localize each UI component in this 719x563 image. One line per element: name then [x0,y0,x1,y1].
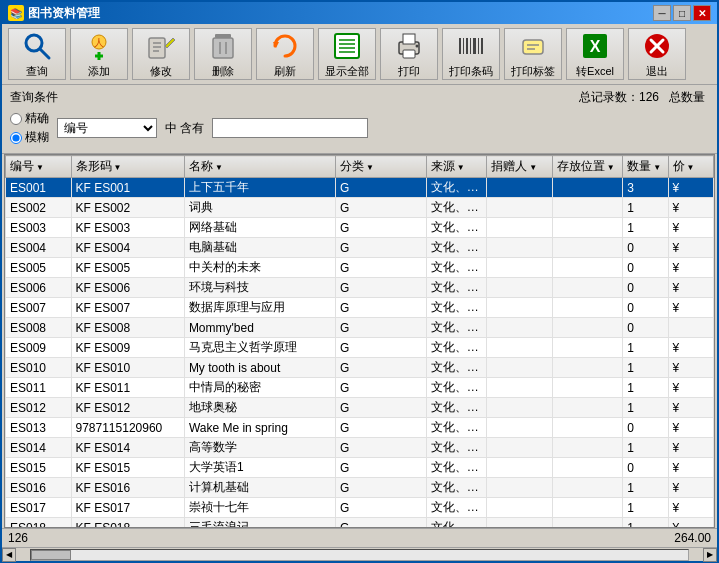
table-row[interactable]: ES006KF ES006环境与科技G文化、科学、0¥ [6,278,714,298]
table-row[interactable]: ES015KF ES015大学英语1G文化、科学、0¥ [6,458,714,478]
cell-source: 文化、科学、 [426,318,486,338]
cell-category: G [336,218,427,238]
excel-button[interactable]: X 转Excel [566,28,624,80]
maximize-button[interactable]: □ [673,5,691,21]
svg-rect-32 [523,40,543,54]
th-category[interactable]: 分类▼ [336,156,427,178]
cell-location [552,478,623,498]
delete-button[interactable]: 删除 [194,28,252,80]
cell-price: ¥ [668,218,713,238]
table-row[interactable]: ES010KF ES010My tooth is aboutG文化、科学、1¥ [6,358,714,378]
sort-arrow-barcode: ▼ [114,163,122,172]
table-row[interactable]: ES002KF ES002词典G文化、科学、捐赠1¥ [6,198,714,218]
edit-button[interactable]: 修改 [132,28,190,80]
svg-rect-29 [473,38,476,54]
cell-barcode: KF ES008 [71,318,184,338]
minimize-button[interactable]: ─ [653,5,671,21]
main-window: 📚 图书资料管理 ─ □ ✕ 查询 人 [0,0,719,563]
cell-donor [487,378,553,398]
scroll-left-arrow[interactable]: ◀ [2,548,16,562]
table-row[interactable]: ES003KF ES003网络基础G文化、科学、1¥ [6,218,714,238]
radio-exact[interactable] [10,113,22,125]
cell-id: ES012 [6,398,72,418]
cell-source: 文化、科学、 [426,478,486,498]
cell-donor [487,298,553,318]
cell-donor [487,218,553,238]
cell-id: ES016 [6,478,72,498]
cell-price: ¥ [668,178,713,198]
table-row[interactable]: ES011KF ES011中情局的秘密G文化、科学、1¥ [6,378,714,398]
cell-location [552,458,623,478]
cell-barcode: KF ES014 [71,438,184,458]
radio-fuzzy[interactable] [10,132,22,144]
cell-name: 地球奥秘 [184,398,335,418]
scroll-thumb[interactable] [31,550,71,560]
cell-location [552,278,623,298]
table-row[interactable]: ES012KF ES012地球奥秘G文化、科学、1¥ [6,398,714,418]
cell-barcode: 9787115120960 [71,418,184,438]
scroll-right-arrow[interactable]: ▶ [703,548,717,562]
scrollbar-horizontal[interactable]: ◀ ▶ [2,547,717,561]
th-name[interactable]: 名称▼ [184,156,335,178]
cell-donor [487,518,553,528]
svg-rect-16 [335,34,359,58]
cell-donor [487,258,553,278]
delete-label: 删除 [212,64,234,79]
table-scroll[interactable]: 编号▼ 条形码▼ 名称▼ 分类▼ 来源▼ 捐赠人▼ 存放位置▼ 数量▼ 价▼ E… [5,155,714,527]
title-buttons: ─ □ ✕ [653,5,711,21]
th-location[interactable]: 存放位置▼ [552,156,623,178]
printlabel-button[interactable]: 打印标签 [504,28,562,80]
query-button[interactable]: 查询 [8,28,66,80]
table-row[interactable]: ES001KF ES001上下五千年G文化、科学、购买3¥ [6,178,714,198]
cell-price: ¥ [668,498,713,518]
cell-category: G [336,198,427,218]
table-row[interactable]: ES005KF ES005中关村的未来G文化、科学、0¥ [6,258,714,278]
exit-button[interactable]: 退出 [628,28,686,80]
cell-category: G [336,398,427,418]
cell-price: ¥ [668,398,713,418]
cell-price: ¥ [668,278,713,298]
refresh-button[interactable]: 刷新 [256,28,314,80]
add-button[interactable]: 人 添加 [70,28,128,80]
th-qty[interactable]: 数量▼ [623,156,668,178]
status-total: 264.00 [674,531,711,545]
query-label: 查询 [26,64,48,79]
table-row[interactable]: ES018KF ES018三毛流浪记G文化、科学、1¥ [6,518,714,528]
showall-icon [331,30,363,62]
table-row[interactable]: ES0139787115120960Wake Me in springG文化、科… [6,418,714,438]
table-row[interactable]: ES016KF ES016计算机基础G文化、科学、1¥ [6,478,714,498]
field-dropdown[interactable]: 编号 条形码 名称 分类 来源 捐赠人 存放位置 [57,118,157,138]
table-row[interactable]: ES009KF ES009马克思主义哲学原理G文化、科学、1¥ [6,338,714,358]
th-id[interactable]: 编号▼ [6,156,72,178]
close-button[interactable]: ✕ [693,5,711,21]
total-records: 总记录数：126 [579,90,659,104]
table-row[interactable]: ES004KF ES004电脑基础G文化、科学、0¥ [6,238,714,258]
th-donor[interactable]: 捐赠人▼ [487,156,553,178]
table-row[interactable]: ES007KF ES007数据库原理与应用G文化、科学、0¥ [6,298,714,318]
th-source[interactable]: 来源▼ [426,156,486,178]
table-row[interactable]: ES014KF ES014高等数学G文化、科学、1¥ [6,438,714,458]
cell-donor [487,458,553,478]
showall-button[interactable]: 显示全部 [318,28,376,80]
cell-name: 马克思主义哲学原理 [184,338,335,358]
printbarcode-icon [455,30,487,62]
scroll-track[interactable] [30,549,689,561]
search-input[interactable] [212,118,368,138]
svg-point-24 [416,44,419,47]
th-price[interactable]: 价▼ [668,156,713,178]
table-row[interactable]: ES017KF ES017崇祯十七年G文化、科学、1¥ [6,498,714,518]
cell-barcode: KF ES003 [71,218,184,238]
print-button[interactable]: 打印 [380,28,438,80]
cell-donor [487,438,553,458]
printbarcode-button[interactable]: 打印条码 [442,28,500,80]
data-table: 编号▼ 条形码▼ 名称▼ 分类▼ 来源▼ 捐赠人▼ 存放位置▼ 数量▼ 价▼ E… [5,155,714,527]
refresh-icon [269,30,301,62]
sort-arrow-price: ▼ [687,163,695,172]
cell-qty: 1 [623,218,668,238]
cell-name: 网络基础 [184,218,335,238]
cell-category: G [336,318,427,338]
cell-donor [487,278,553,298]
th-barcode[interactable]: 条形码▼ [71,156,184,178]
table-row[interactable]: ES008KF ES008Mommy'bedG文化、科学、0 [6,318,714,338]
cell-category: G [336,438,427,458]
